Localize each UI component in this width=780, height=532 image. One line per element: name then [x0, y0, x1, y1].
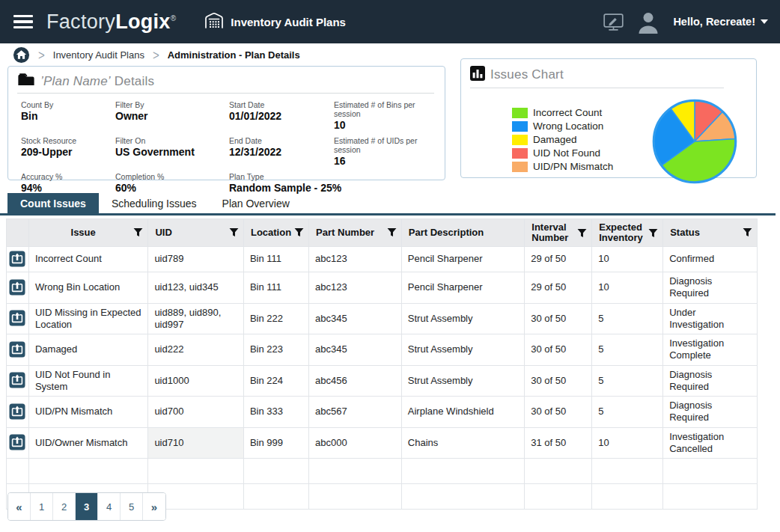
tab-scheduling-issues[interactable]: Scheduling Issues: [99, 193, 210, 213]
navbar-right: Hello, Recreate!: [603, 10, 768, 34]
plan-field-estimated-of-bins-per-session: Estimated # of Bins per session10: [334, 100, 434, 131]
breadcrumb-link-inventory-audit-plans[interactable]: Inventory Audit Plans: [53, 49, 144, 61]
cell-status: Diagnosis Required: [663, 272, 758, 304]
cell-expected-inventory: 5: [592, 334, 663, 366]
cell-issue: Wrong Bin Location: [28, 272, 147, 304]
cell-interval-number: 30 of 50: [525, 365, 592, 397]
column-header-interval-number: Interval Number: [525, 219, 592, 247]
cell-expected-inventory: 10: [592, 427, 663, 459]
cell-issue: UID/Owner Mismatch: [28, 427, 147, 459]
empty-cell: [592, 459, 663, 484]
page-button-1[interactable]: 1: [31, 493, 53, 520]
field-value: 94%: [21, 182, 115, 194]
column-header-expected-inventory: Expected Inventory: [592, 219, 663, 247]
filter-icon-location[interactable]: [294, 227, 304, 237]
column-label: Part Number: [316, 227, 374, 238]
logo-logix: Logix: [115, 10, 171, 33]
cell-expected-inventory: 5: [592, 303, 663, 334]
cell-interval-number: 30 of 50: [525, 334, 592, 366]
cell-location: Bin 111: [243, 247, 308, 272]
filter-icon-status[interactable]: [743, 227, 752, 237]
open-issue-button[interactable]: [9, 251, 25, 267]
field-value: 209-Upper: [21, 146, 115, 158]
filter-icon-uid[interactable]: [229, 227, 239, 237]
tab-plan-overview[interactable]: Plan Overview: [210, 193, 302, 213]
page-button-2[interactable]: 2: [53, 493, 76, 520]
empty-cell: [401, 484, 524, 510]
home-icon[interactable]: [13, 46, 30, 64]
open-issue-button[interactable]: [9, 310, 25, 326]
view-tabs: Count IssuesScheduling IssuesPlan Overvi…: [7, 193, 302, 213]
row-actions-cell: [7, 365, 29, 397]
field-value: 12/31/2022: [229, 146, 334, 158]
row-actions-cell: [7, 303, 29, 334]
issues-chart-header: Issues Chart: [470, 66, 724, 88]
legend-label: UID/PN Mismatch: [533, 161, 613, 172]
user-avatar[interactable]: [636, 10, 661, 34]
open-issue-button[interactable]: [9, 434, 25, 450]
plan-field-completion: Completion %60%: [115, 172, 229, 194]
legend-item-uid-not-found: UID Not Found: [512, 147, 613, 159]
cell-issue: UID/PN Mismatch: [28, 397, 147, 428]
tab-count-issues[interactable]: Count Issues: [7, 193, 99, 213]
field-label: Start Date: [229, 100, 334, 109]
empty-cell: [243, 459, 308, 484]
open-issue-button[interactable]: [9, 341, 25, 358]
plan-details-header: ’Plan Name’ Details: [17, 73, 434, 94]
remote-session-icon[interactable]: [603, 13, 624, 31]
table-row: UID/Owner Mismatchuid710Bin 999abc000Cha…: [7, 427, 758, 459]
field-label: Estimated # of Bins per session: [334, 100, 434, 118]
user-menu[interactable]: Hello, Recreate!: [673, 16, 768, 28]
cell-part-number: abc567: [309, 397, 402, 428]
open-issue-button[interactable]: [9, 403, 25, 420]
plan-field-filter-on: Filter OnUS Government: [115, 136, 229, 167]
cell-part-number: abc123: [309, 247, 402, 272]
cell-part-number: abc123: [309, 272, 402, 304]
plan-field-count-by: Count ByBin: [21, 100, 115, 131]
field-label: Accuracy %: [21, 172, 115, 181]
cell-location: Bin 224: [243, 365, 308, 397]
chevron-right-icon: >: [38, 47, 45, 62]
cell-status: Confirmed: [663, 247, 758, 272]
menu-icon[interactable]: [13, 15, 33, 29]
issues-chart-body: Incorrect CountWrong LocationDamagedUID …: [470, 95, 746, 189]
cell-part-number: abc345: [309, 303, 402, 334]
page-button-5[interactable]: 5: [121, 493, 143, 520]
prev-page-button[interactable]: «: [8, 493, 31, 520]
field-value: US Government: [115, 146, 229, 158]
field-label: Estimated # of UIDs per session: [334, 136, 434, 154]
next-page-button[interactable]: »: [143, 493, 165, 520]
filter-icon-expected-inventory[interactable]: [648, 228, 658, 238]
issues-pie-chart: [650, 97, 740, 189]
filter-icon-interval-number[interactable]: [577, 228, 587, 238]
legend-swatch: [512, 162, 528, 172]
issues-chart-title: Issues Chart: [490, 67, 564, 82]
cell-part-number: abc345: [309, 334, 402, 366]
app-logo: FactoryLogix®: [46, 10, 176, 34]
cell-uid: uid222: [148, 334, 244, 366]
open-issue-button[interactable]: [9, 279, 25, 296]
pie-legend: Incorrect CountWrong LocationDamagedUID …: [512, 107, 613, 172]
field-label: Filter On: [115, 136, 229, 145]
filter-icon-issue[interactable]: [133, 227, 143, 237]
page-button-3[interactable]: 3: [76, 493, 98, 520]
cell-status: Diagnosis Required: [663, 397, 758, 428]
open-issue-button[interactable]: [9, 372, 25, 388]
field-label: Count By: [21, 100, 115, 109]
field-label: Completion %: [115, 172, 229, 181]
field-value: 60%: [115, 182, 229, 194]
cell-issue: UID Not Found in System: [28, 365, 147, 397]
cell-interval-number: 30 of 50: [525, 303, 592, 334]
cell-location: Bin 999: [243, 427, 308, 459]
page-button-4[interactable]: 4: [98, 493, 121, 520]
cell-uid: uid710: [148, 427, 244, 459]
bar-chart-icon: [470, 66, 485, 84]
filter-icon-part-number[interactable]: [387, 227, 397, 237]
count-issues-table: IssueUIDLocationPart NumberPart Descript…: [6, 218, 758, 510]
table-row: Wrong Bin Locationuid123, uid345Bin 111a…: [7, 272, 758, 304]
empty-cell: [243, 484, 308, 510]
legend-label: UID Not Found: [533, 147, 600, 159]
caret-down-icon: [761, 19, 768, 24]
table-row: UID/PN Mismatchuid700Bin 333abc567Airpla…: [7, 397, 758, 428]
breadcrumb-current-page: Administration - Plan Details: [168, 49, 300, 61]
